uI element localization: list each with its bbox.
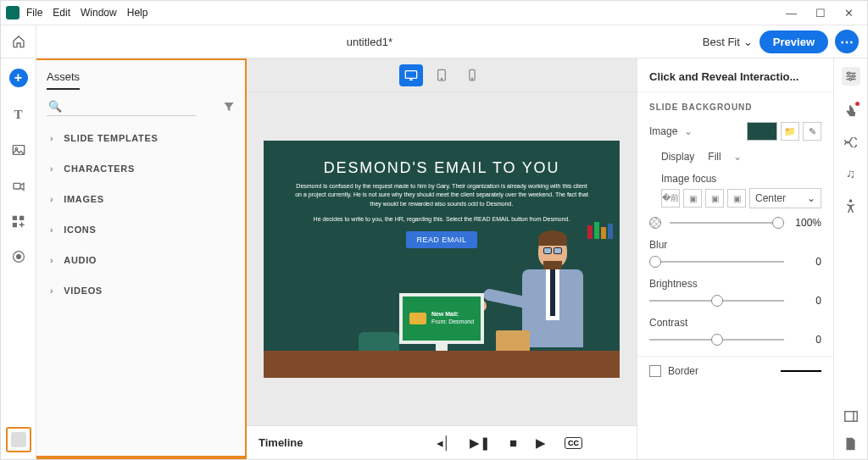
background-thumbnail[interactable]	[747, 122, 777, 141]
mail-line1: New Mail:	[431, 311, 474, 318]
category-videos[interactable]: ›VIDEOS	[36, 275, 245, 306]
monitor-illustration: New Mail:From: Desmond	[399, 293, 484, 356]
device-desktop-tab[interactable]	[399, 64, 423, 86]
svg-rect-3	[13, 215, 17, 219]
accessibility-icon[interactable]	[844, 199, 857, 213]
right-tool-rail: ♫	[833, 58, 867, 459]
category-label: VIDEOS	[64, 285, 103, 296]
stop-icon[interactable]: ■	[509, 435, 517, 450]
focus-top-left-button[interactable]: �前	[661, 189, 680, 208]
device-tablet-tab[interactable]	[430, 64, 453, 86]
add-button[interactable]: +	[9, 69, 28, 87]
record-tool-icon[interactable]	[10, 248, 27, 265]
slide-canvas[interactable]: DESMOND'S EMAIL TO YOU Desmond is confus…	[247, 92, 637, 425]
border-label: Border	[668, 365, 698, 377]
view-panel-icon[interactable]	[844, 411, 858, 422]
blur-slider[interactable]	[649, 261, 784, 263]
animations-icon[interactable]	[843, 137, 858, 147]
assets-search-input[interactable]	[47, 97, 196, 116]
device-preview-tabs	[247, 58, 637, 92]
step-back-icon[interactable]: ◂│	[437, 435, 451, 451]
read-email-button[interactable]: READ EMAIL	[406, 231, 476, 248]
canvas-column: DESMOND'S EMAIL TO YOU Desmond is confus…	[247, 58, 637, 459]
timeline-bar: Timeline ◂│ ▶❚ ■ ▶ CC	[247, 425, 637, 459]
window-maximize-icon[interactable]: ☐	[815, 7, 826, 19]
zoom-value: Best Fit	[703, 36, 740, 48]
page-icon	[11, 432, 26, 447]
device-mobile-tab[interactable]	[460, 64, 484, 86]
display-value[interactable]: Fill	[708, 151, 721, 163]
interaction-tool-icon[interactable]	[10, 177, 27, 194]
text-tool-icon[interactable]: T	[10, 106, 27, 123]
svg-rect-8	[405, 70, 416, 78]
chevron-right-icon: ›	[50, 255, 53, 265]
image-tool-icon[interactable]	[10, 141, 27, 158]
chevron-right-icon: ›	[50, 133, 53, 143]
folder-open-icon[interactable]: 📁	[781, 122, 799, 141]
assets-tab[interactable]: Assets	[47, 70, 80, 90]
toolbar: untitled1* Best Fit ⌄ Preview ⋯	[1, 25, 867, 58]
contrast-label: Contrast	[637, 312, 833, 329]
image-focus-label: Image focus	[637, 168, 833, 185]
focus-right-button[interactable]: ▣	[727, 189, 746, 208]
adjustments-icon[interactable]	[842, 67, 860, 86]
category-icons[interactable]: ›ICONS	[36, 214, 245, 245]
image-label: Image	[649, 125, 677, 137]
preview-button[interactable]: Preview	[760, 30, 828, 53]
focus-value: Center	[755, 192, 786, 204]
widgets-tool-icon[interactable]	[10, 213, 27, 230]
opacity-slider[interactable]	[670, 222, 784, 224]
category-slide-templates[interactable]: ›SLIDE TEMPLATES	[36, 123, 245, 153]
audio-icon[interactable]: ♫	[846, 166, 855, 180]
brightness-label: Brightness	[637, 273, 833, 290]
border-checkbox[interactable]	[649, 365, 661, 377]
focus-top-right-button[interactable]: ▣	[705, 189, 724, 208]
brightness-slider[interactable]	[649, 300, 784, 302]
more-options-button[interactable]: ⋯	[835, 30, 859, 53]
display-label: Display	[661, 151, 694, 163]
focus-top-button[interactable]: ▣	[683, 189, 702, 208]
blur-value: 0	[793, 256, 821, 268]
category-characters[interactable]: ›CHARACTERS	[36, 153, 245, 184]
slide-heading: DESMOND'S EMAIL TO YOU	[264, 159, 620, 177]
border-preview[interactable]	[781, 370, 821, 372]
window-close-icon[interactable]: ✕	[844, 7, 854, 19]
document-title: untitled1*	[36, 36, 703, 48]
assets-page-button[interactable]	[6, 427, 31, 452]
interactions-icon[interactable]	[844, 104, 857, 119]
menu-edit[interactable]: Edit	[53, 7, 70, 19]
slide-paragraph-1: Desmond is confused by the request made …	[264, 177, 620, 211]
category-images[interactable]: ›IMAGES	[36, 184, 245, 214]
svg-point-10	[441, 78, 442, 79]
menu-help[interactable]: Help	[127, 7, 148, 19]
timeline-label[interactable]: Timeline	[259, 436, 303, 449]
play-icon[interactable]: ▶	[536, 435, 546, 451]
svg-point-14	[852, 75, 854, 78]
category-audio[interactable]: ›AUDIO	[36, 245, 245, 275]
box-illustration	[496, 330, 530, 352]
edit-pencil-icon[interactable]: ✎	[803, 122, 821, 141]
chevron-down-icon[interactable]: ⌄	[733, 151, 742, 163]
slide-paragraph-2: He decides to write to you, the HR, rega…	[264, 210, 620, 226]
window-minimize-icon[interactable]: —	[786, 7, 797, 19]
play-pause-icon[interactable]: ▶❚	[470, 435, 491, 451]
contrast-value: 0	[793, 334, 821, 346]
zoom-select[interactable]: Best Fit ⌄	[703, 36, 753, 48]
menu-file[interactable]: File	[26, 7, 42, 19]
focus-dropdown[interactable]: Center ⌄	[749, 188, 821, 208]
document-icon[interactable]	[845, 437, 856, 451]
mail-line2: From: Desmond	[431, 319, 474, 325]
category-label: IMAGES	[64, 194, 103, 204]
properties-panel: Click and Reveal Interactio... SLIDE BAC…	[637, 58, 833, 459]
svg-point-16	[849, 199, 853, 202]
chevron-down-icon: ⌄	[807, 192, 815, 204]
chevron-right-icon: ›	[50, 224, 53, 235]
contrast-slider[interactable]	[649, 339, 784, 341]
home-icon	[12, 35, 25, 48]
closed-caption-button[interactable]: CC	[565, 437, 582, 449]
menu-window[interactable]: Window	[81, 7, 117, 19]
filter-icon[interactable]	[223, 101, 235, 113]
home-button[interactable]	[1, 25, 36, 58]
svg-point-12	[471, 78, 472, 79]
chevron-down-icon[interactable]: ⌄	[684, 125, 693, 137]
